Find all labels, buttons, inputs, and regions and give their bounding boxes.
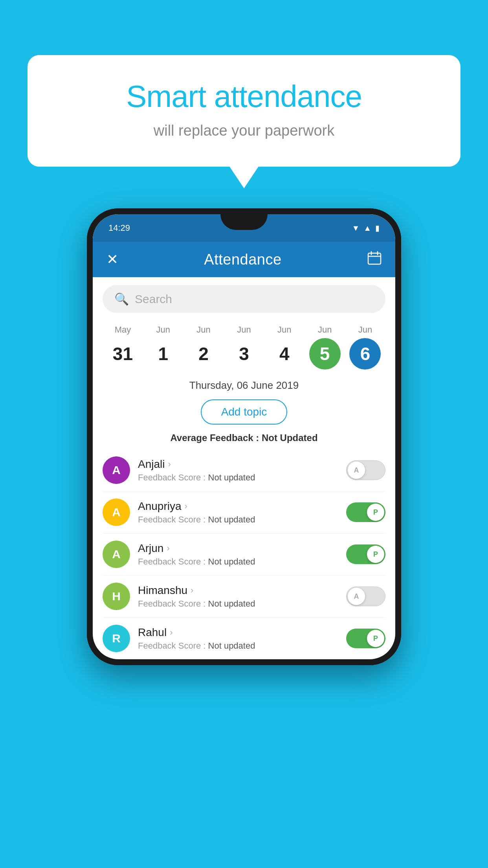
toggle-thumb-3: A bbox=[348, 588, 365, 605]
student-chevron-0: › bbox=[168, 459, 171, 469]
avatar-1: A bbox=[103, 498, 130, 526]
toggle-thumb-2: P bbox=[367, 546, 384, 563]
toggle-container-2[interactable]: P bbox=[346, 544, 385, 564]
signal-icon: ▲ bbox=[363, 224, 371, 233]
attendance-toggle-1[interactable]: P bbox=[346, 502, 385, 522]
cal-month-5: Jun bbox=[318, 325, 332, 335]
cal-date-5[interactable]: 5 bbox=[309, 338, 341, 370]
student-feedback-1: Feedback Score : Not updated bbox=[138, 515, 255, 525]
student-left-0: AAnjali ›Feedback Score : Not updated bbox=[103, 456, 255, 484]
attendance-toggle-3[interactable]: A bbox=[346, 587, 385, 606]
attendance-toggle-2[interactable]: P bbox=[346, 544, 385, 564]
cal-date-0[interactable]: 31 bbox=[107, 338, 138, 370]
student-left-4: RRahul ›Feedback Score : Not updated bbox=[103, 625, 255, 652]
student-item-4[interactable]: RRahul ›Feedback Score : Not updatedP bbox=[103, 618, 385, 659]
selected-date-label: Thursday, 06 June 2019 bbox=[93, 373, 395, 395]
status-icons: ▼ ▲ ▮ bbox=[352, 223, 380, 233]
status-time: 14:29 bbox=[108, 223, 130, 233]
bubble-subtitle: will replace your paperwork bbox=[59, 122, 429, 139]
student-name-4[interactable]: Rahul › bbox=[138, 626, 255, 639]
toggle-container-0[interactable]: A bbox=[346, 460, 385, 480]
phone-wrapper: 14:29 ▼ ▲ ▮ ✕ Attendance bbox=[87, 208, 401, 665]
cal-date-2[interactable]: 2 bbox=[188, 338, 219, 370]
student-item-3[interactable]: HHimanshu ›Feedback Score : Not updatedA bbox=[103, 576, 385, 618]
calendar-strip: May31Jun1Jun2Jun3Jun4Jun5Jun6 bbox=[93, 317, 395, 373]
student-left-2: AArjun ›Feedback Score : Not updated bbox=[103, 541, 255, 568]
cal-day-6[interactable]: Jun6 bbox=[349, 325, 381, 370]
phone-screen: 14:29 ▼ ▲ ▮ ✕ Attendance bbox=[93, 214, 395, 659]
student-left-1: AAnupriya ›Feedback Score : Not updated bbox=[103, 498, 255, 526]
wifi-icon: ▼ bbox=[352, 224, 360, 233]
attendance-toggle-0[interactable]: A bbox=[346, 460, 385, 480]
student-list: AAnjali ›Feedback Score : Not updatedAAA… bbox=[93, 449, 395, 659]
search-placeholder: Search bbox=[135, 292, 172, 306]
student-item-0[interactable]: AAnjali ›Feedback Score : Not updatedA bbox=[103, 449, 385, 491]
student-info-3: Himanshu ›Feedback Score : Not updated bbox=[138, 584, 255, 609]
student-chevron-3: › bbox=[191, 585, 193, 596]
student-item-2[interactable]: AArjun ›Feedback Score : Not updatedP bbox=[103, 533, 385, 576]
speech-bubble: Smart attendance will replace your paper… bbox=[28, 55, 460, 167]
toggle-thumb-0: A bbox=[348, 462, 365, 479]
calendar-button[interactable] bbox=[367, 251, 382, 268]
avatar-3: H bbox=[103, 583, 130, 610]
cal-month-4: Jun bbox=[277, 325, 291, 335]
bubble-title: Smart attendance bbox=[59, 79, 429, 114]
cal-month-1: Jun bbox=[156, 325, 170, 335]
student-name-0[interactable]: Anjali › bbox=[138, 458, 255, 471]
cal-day-5[interactable]: Jun5 bbox=[309, 325, 341, 370]
search-bar[interactable]: 🔍 Search bbox=[103, 285, 385, 313]
toggle-container-1[interactable]: P bbox=[346, 502, 385, 522]
student-name-2[interactable]: Arjun › bbox=[138, 542, 255, 555]
student-name-1[interactable]: Anupriya › bbox=[138, 500, 255, 513]
cal-month-0: May bbox=[115, 325, 131, 335]
cal-day-2[interactable]: Jun2 bbox=[188, 325, 219, 370]
student-info-1: Anupriya ›Feedback Score : Not updated bbox=[138, 500, 255, 525]
attendance-toggle-4[interactable]: P bbox=[346, 629, 385, 648]
student-feedback-4: Feedback Score : Not updated bbox=[138, 641, 255, 651]
student-info-4: Rahul ›Feedback Score : Not updated bbox=[138, 626, 255, 651]
toggle-container-3[interactable]: A bbox=[346, 587, 385, 606]
student-left-3: HHimanshu ›Feedback Score : Not updated bbox=[103, 583, 255, 610]
student-info-0: Anjali ›Feedback Score : Not updated bbox=[138, 458, 255, 483]
toggle-thumb-4: P bbox=[367, 630, 384, 647]
toggle-thumb-1: P bbox=[367, 504, 384, 521]
student-chevron-4: › bbox=[170, 627, 172, 638]
close-button[interactable]: ✕ bbox=[106, 251, 118, 268]
add-topic-button[interactable]: Add topic bbox=[201, 399, 288, 425]
cal-day-1[interactable]: Jun1 bbox=[147, 325, 179, 370]
search-icon: 🔍 bbox=[114, 292, 129, 306]
cal-month-6: Jun bbox=[358, 325, 372, 335]
student-chevron-1: › bbox=[185, 501, 187, 511]
student-info-2: Arjun ›Feedback Score : Not updated bbox=[138, 542, 255, 567]
toggle-container-4[interactable]: P bbox=[346, 629, 385, 648]
phone-frame: 14:29 ▼ ▲ ▮ ✕ Attendance bbox=[87, 208, 401, 665]
cal-date-1[interactable]: 1 bbox=[147, 338, 179, 370]
student-chevron-2: › bbox=[167, 543, 169, 554]
svg-rect-0 bbox=[368, 253, 381, 264]
cal-date-3[interactable]: 3 bbox=[228, 338, 260, 370]
speech-bubble-container: Smart attendance will replace your paper… bbox=[28, 55, 460, 167]
cal-date-6[interactable]: 6 bbox=[349, 338, 381, 370]
battery-icon: ▮ bbox=[375, 223, 380, 233]
avatar-0: A bbox=[103, 456, 130, 484]
cal-day-4[interactable]: Jun4 bbox=[269, 325, 300, 370]
student-feedback-2: Feedback Score : Not updated bbox=[138, 557, 255, 567]
avg-feedback: Average Feedback : Not Updated bbox=[93, 428, 395, 449]
student-item-1[interactable]: AAnupriya ›Feedback Score : Not updatedP bbox=[103, 491, 385, 533]
student-name-3[interactable]: Himanshu › bbox=[138, 584, 255, 597]
cal-month-3: Jun bbox=[237, 325, 251, 335]
phone-inner: 14:29 ▼ ▲ ▮ ✕ Attendance bbox=[87, 208, 401, 665]
app-bar-title: Attendance bbox=[204, 251, 281, 268]
avg-feedback-prefix: Average Feedback : bbox=[170, 432, 262, 443]
cal-day-0[interactable]: May31 bbox=[107, 325, 138, 370]
student-feedback-0: Feedback Score : Not updated bbox=[138, 473, 255, 483]
student-feedback-3: Feedback Score : Not updated bbox=[138, 599, 255, 609]
cal-day-3[interactable]: Jun3 bbox=[228, 325, 260, 370]
avatar-4: R bbox=[103, 625, 130, 652]
avatar-2: A bbox=[103, 541, 130, 568]
cal-month-2: Jun bbox=[196, 325, 210, 335]
app-bar: ✕ Attendance bbox=[93, 242, 395, 277]
avg-feedback-value: Not Updated bbox=[262, 432, 318, 443]
cal-date-4[interactable]: 4 bbox=[269, 338, 300, 370]
